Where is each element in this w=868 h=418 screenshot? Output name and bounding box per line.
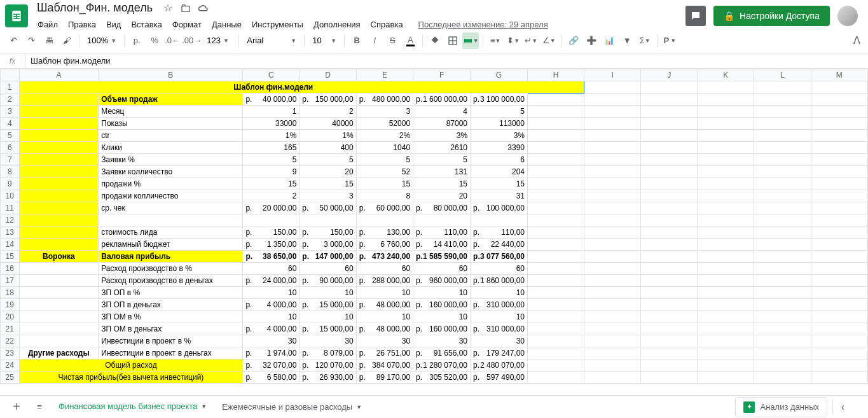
sheet-tab-active[interactable]: Финансовая модель бизнес проекта▼ xyxy=(51,396,214,418)
cell[interactable]: 60 xyxy=(471,263,528,275)
cell[interactable]: р.20 000,00 xyxy=(243,202,300,214)
avatar[interactable] xyxy=(837,6,858,26)
cell[interactable]: 3% xyxy=(413,130,471,142)
cell[interactable]: 10 xyxy=(471,287,528,299)
cell[interactable] xyxy=(19,202,99,214)
cell[interactable]: 1 xyxy=(243,106,300,118)
text-color-button[interactable]: A xyxy=(402,32,418,49)
col-header-J[interactable]: J xyxy=(641,69,698,81)
cell[interactable]: р.1 860 000,00 xyxy=(471,275,528,287)
print-button[interactable]: 🖶 xyxy=(41,32,57,49)
cell[interactable]: р.179 247,00 xyxy=(471,347,528,359)
cell[interactable]: р.48 000,00 xyxy=(356,323,413,335)
col-header-B[interactable]: B xyxy=(99,69,243,81)
cell[interactable] xyxy=(811,226,867,239)
col-header-K[interactable]: K xyxy=(698,69,754,81)
cell[interactable]: 8 xyxy=(356,190,413,202)
row-header-10[interactable]: 10 xyxy=(1,190,20,202)
cell[interactable]: р.24 000,00 xyxy=(243,275,300,287)
explore-button[interactable]: ✦ Анализ данных xyxy=(735,397,827,417)
cell[interactable] xyxy=(19,142,99,154)
row-header-12[interactable]: 12 xyxy=(1,214,20,226)
cell[interactable] xyxy=(528,287,584,299)
cell[interactable] xyxy=(528,166,584,178)
cell[interactable] xyxy=(528,190,584,202)
col-header-A[interactable]: A xyxy=(19,69,99,81)
cell[interactable]: р.147 000,00 xyxy=(300,251,356,263)
cell[interactable]: р.15 000,00 xyxy=(300,299,356,311)
cell[interactable]: 40000 xyxy=(300,118,356,130)
cell[interactable] xyxy=(19,118,99,130)
cell[interactable] xyxy=(584,323,641,335)
cell[interactable] xyxy=(698,81,754,94)
cell[interactable]: р.1 974,00 xyxy=(243,347,300,359)
side-panel-toggle[interactable]: ‹ xyxy=(832,400,848,415)
link-button[interactable]: 🔗 xyxy=(565,32,582,49)
cell[interactable] xyxy=(698,106,754,118)
cell[interactable]: 5 xyxy=(471,106,528,118)
cell[interactable]: Расход производство в % xyxy=(99,263,243,275)
cell[interactable] xyxy=(243,214,300,226)
col-header-H[interactable]: H xyxy=(528,69,584,81)
cell[interactable]: р.305 520,00 xyxy=(413,372,471,384)
cell[interactable] xyxy=(528,226,584,239)
cell[interactable]: р.60 000,00 xyxy=(356,202,413,214)
filter-views-button[interactable]: Σ▼ xyxy=(637,32,653,49)
cell[interactable]: р.22 440,00 xyxy=(471,239,528,251)
cell[interactable]: 33000 xyxy=(243,118,300,130)
cell[interactable] xyxy=(584,178,641,190)
cell[interactable] xyxy=(754,359,811,372)
cell[interactable] xyxy=(698,287,754,299)
cell-merged[interactable]: Чистая прибыль(без вычета инвестиций) xyxy=(19,372,243,384)
cell[interactable]: р.91 656,00 xyxy=(413,347,471,359)
cell[interactable]: р.2 480 070,00 xyxy=(471,359,528,372)
cell[interactable] xyxy=(528,81,584,94)
cell[interactable] xyxy=(811,372,867,384)
cell[interactable]: ЗП ОП в % xyxy=(99,287,243,299)
cell[interactable]: 113000 xyxy=(471,118,528,130)
cell[interactable] xyxy=(754,94,811,106)
cell[interactable]: 60 xyxy=(243,263,300,275)
star-icon[interactable]: ☆ xyxy=(162,2,174,15)
cell[interactable]: Инвестиции в проект в деньгах xyxy=(99,347,243,359)
cell[interactable] xyxy=(584,263,641,275)
spreadsheet-grid[interactable]: ABCDEFGHIJKLM1Шаблон фин.модели2Объем пр… xyxy=(0,69,868,387)
cell[interactable]: 400 xyxy=(300,142,356,154)
cell[interactable] xyxy=(528,106,584,118)
cell[interactable]: р.89 170,00 xyxy=(356,372,413,384)
cell[interactable]: 4 xyxy=(413,106,471,118)
cell[interactable] xyxy=(698,311,754,323)
halign-button[interactable]: ≡▼ xyxy=(487,32,504,49)
cell-merged[interactable]: Общий расход xyxy=(19,359,243,372)
cell[interactable] xyxy=(698,335,754,347)
cell[interactable] xyxy=(811,299,867,311)
cell[interactable]: р.100 000,00 xyxy=(471,202,528,214)
all-sheets-button[interactable]: ≡ xyxy=(28,396,51,418)
paint-format-button[interactable]: 🖌 xyxy=(59,32,75,49)
cell[interactable] xyxy=(811,214,867,226)
cell[interactable] xyxy=(19,166,99,178)
cell[interactable] xyxy=(698,263,754,275)
cell[interactable]: р.1 350,00 xyxy=(243,239,300,251)
cell[interactable]: р.4 000,00 xyxy=(243,323,300,335)
increase-decimal-button[interactable]: .00→ xyxy=(182,32,202,49)
cell[interactable] xyxy=(584,311,641,323)
cell[interactable]: р.310 000,00 xyxy=(471,299,528,311)
cell[interactable]: 2% xyxy=(356,130,413,142)
cell[interactable] xyxy=(19,263,99,275)
cell[interactable]: р.480 000,00 xyxy=(356,94,413,106)
cell[interactable]: р.26 751,00 xyxy=(356,347,413,359)
comments-button[interactable] xyxy=(685,6,706,26)
cell[interactable] xyxy=(584,202,641,214)
cell[interactable]: 60 xyxy=(300,263,356,275)
cell[interactable] xyxy=(641,178,698,190)
cell[interactable] xyxy=(584,335,641,347)
redo-button[interactable]: ↷ xyxy=(23,32,39,49)
cell[interactable]: 60 xyxy=(356,263,413,275)
cell[interactable]: 5 xyxy=(413,154,471,166)
cell[interactable]: р.130,00 xyxy=(356,226,413,239)
col-header-F[interactable]: F xyxy=(413,69,471,81)
cell[interactable] xyxy=(754,347,811,359)
cell[interactable] xyxy=(754,323,811,335)
cell[interactable] xyxy=(641,311,698,323)
